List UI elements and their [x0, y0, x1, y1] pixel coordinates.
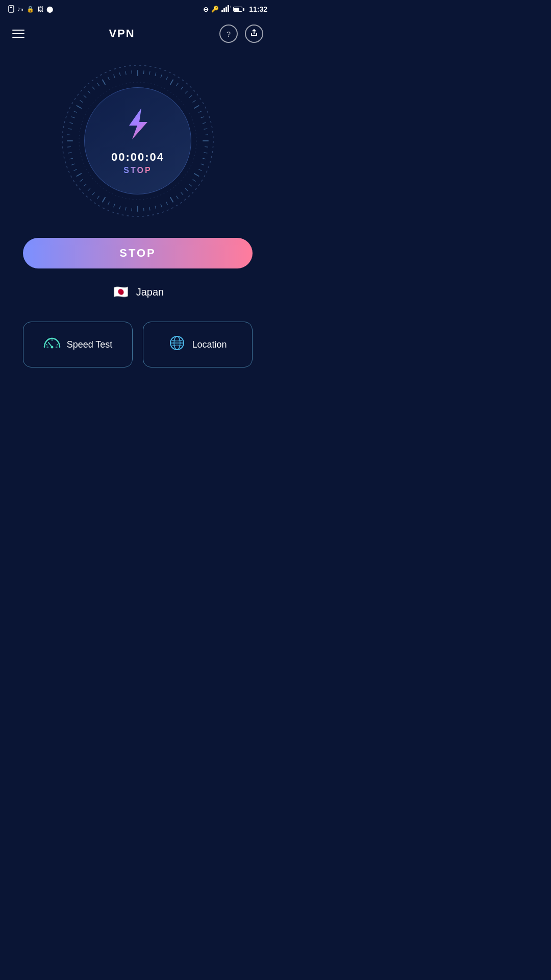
svg-line-15: [170, 80, 173, 84]
svg-line-75: [103, 80, 105, 84]
svg-line-41: [161, 204, 162, 207]
app-title: VPN: [109, 27, 135, 40]
svg-line-74: [97, 83, 99, 86]
svg-line-43: [149, 207, 150, 210]
menu-button[interactable]: [12, 30, 24, 38]
svg-line-71: [84, 95, 86, 97]
svg-line-26: [205, 135, 208, 135]
lightning-icon: [125, 107, 151, 146]
svg-line-53: [92, 192, 94, 195]
svg-line-69: [77, 106, 81, 108]
svg-line-77: [114, 75, 115, 78]
svg-line-34: [193, 180, 195, 181]
image-icon: 🖼: [37, 6, 43, 13]
stop-button[interactable]: STOP: [23, 238, 253, 268]
svg-line-87: [57, 345, 58, 345]
signal-icon: +: [221, 5, 231, 14]
status-left-icons: 🗝 🔒 🖼 ⬤: [8, 5, 53, 14]
svg-line-79: [126, 71, 126, 75]
svg-line-30: [203, 158, 206, 159]
sim-status-icon: [8, 5, 14, 14]
app-header: VPN ?: [0, 18, 276, 49]
circle-icon: ⬤: [46, 6, 53, 13]
svg-line-31: [201, 164, 204, 165]
svg-line-84: [46, 345, 47, 345]
key-icon: 🗝: [17, 6, 23, 13]
speed-test-button[interactable]: Speed Test: [23, 322, 133, 368]
location-label: Location: [192, 339, 227, 350]
svg-line-47: [126, 207, 126, 210]
svg-line-22: [199, 111, 202, 113]
svg-line-20: [193, 101, 195, 102]
svg-line-28: [205, 147, 208, 148]
current-location: 🇯🇵 Japan: [112, 283, 164, 301]
help-button[interactable]: ?: [219, 24, 238, 43]
svg-line-67: [71, 117, 74, 118]
svg-line-64: [68, 135, 71, 135]
svg-line-70: [80, 101, 83, 102]
share-icon: [250, 29, 258, 39]
svg-line-51: [103, 198, 105, 202]
svg-line-21: [194, 106, 199, 108]
svg-line-12: [155, 73, 156, 76]
svg-rect-2: [221, 10, 223, 12]
svg-line-66: [70, 122, 73, 124]
timer-display: 00:00:04: [111, 151, 164, 164]
svg-line-48: [119, 206, 120, 209]
svg-line-62: [68, 147, 71, 148]
svg-line-11: [149, 71, 150, 75]
svg-line-60: [70, 158, 73, 159]
svg-rect-4: [226, 7, 227, 12]
stop-label: STOP: [123, 166, 152, 175]
svg-line-16: [177, 83, 178, 86]
svg-rect-3: [223, 8, 225, 12]
country-name: Japan: [136, 286, 164, 298]
svg-line-42: [155, 206, 156, 209]
time-display: 11:32: [249, 5, 267, 13]
svg-text:+: +: [230, 5, 231, 9]
svg-line-19: [189, 95, 192, 97]
svg-line-18: [185, 91, 187, 93]
status-right-icons: ⊖ 🔑 + 11:32: [203, 5, 267, 14]
svg-line-54: [88, 188, 90, 190]
battery-icon: [233, 7, 244, 12]
svg-line-61: [68, 153, 71, 153]
svg-line-58: [74, 169, 77, 171]
svg-line-33: [194, 174, 199, 176]
share-button[interactable]: [245, 24, 263, 43]
svg-rect-5: [228, 5, 229, 12]
svg-line-36: [185, 188, 187, 190]
svg-line-17: [181, 87, 183, 89]
action-buttons-row: Speed Test Location: [23, 322, 253, 368]
vpn-power-button[interactable]: 00:00:04 STOP: [84, 87, 191, 194]
svg-line-56: [80, 180, 83, 181]
svg-line-10: [144, 71, 144, 74]
svg-line-39: [170, 198, 173, 202]
svg-line-80: [132, 71, 132, 74]
svg-line-78: [119, 73, 120, 76]
timer-circle-container[interactable]: // Generate tick marks via inline approa…: [56, 59, 219, 223]
speedometer-icon: [43, 336, 61, 354]
svg-line-24: [203, 122, 206, 124]
svg-line-76: [108, 77, 110, 80]
svg-line-50: [108, 202, 110, 205]
svg-line-35: [189, 184, 192, 186]
svg-line-55: [84, 184, 86, 186]
svg-line-52: [97, 196, 99, 199]
main-content: // Generate tick marks via inline approa…: [0, 49, 276, 368]
svg-line-23: [201, 117, 204, 118]
svg-line-65: [68, 129, 71, 129]
minus-circle-icon: ⊖: [203, 6, 209, 13]
location-button[interactable]: Location: [143, 322, 253, 368]
svg-line-32: [199, 169, 202, 171]
lock-icon: 🔒: [27, 6, 34, 13]
svg-line-68: [74, 111, 77, 113]
svg-line-46: [132, 208, 132, 211]
svg-line-29: [204, 153, 207, 153]
svg-line-14: [166, 77, 168, 80]
svg-line-73: [92, 87, 94, 89]
svg-line-13: [161, 75, 162, 78]
vpn-key-icon: 🔑: [211, 6, 219, 13]
svg-point-82: [51, 346, 53, 348]
svg-line-59: [71, 164, 74, 165]
